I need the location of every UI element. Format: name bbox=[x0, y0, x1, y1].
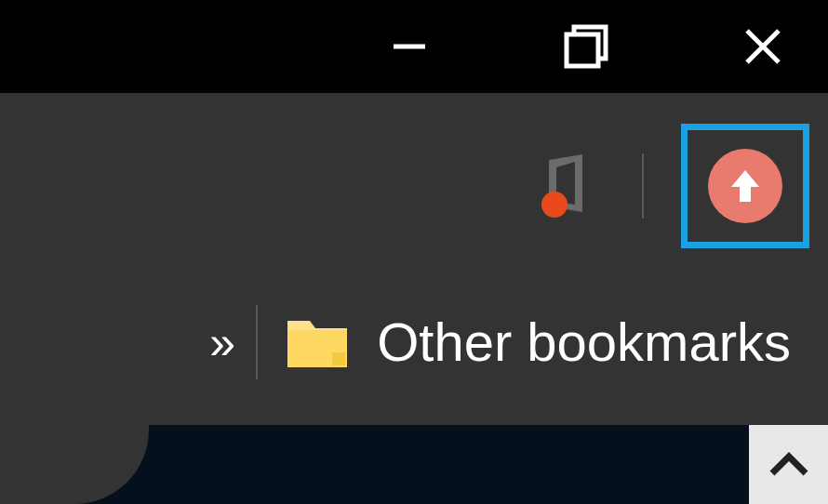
maximize-icon bbox=[562, 22, 610, 71]
office-extension-button[interactable] bbox=[530, 149, 605, 223]
svg-rect-2 bbox=[567, 34, 598, 66]
other-bookmarks-button[interactable]: Other bookmarks bbox=[377, 311, 791, 373]
bookmarks-divider bbox=[256, 305, 258, 379]
bookmarks-bar: » Other bookmarks bbox=[0, 279, 828, 405]
chevron-up-icon bbox=[768, 451, 809, 479]
page-content-area bbox=[0, 425, 749, 504]
minimize-button[interactable] bbox=[381, 19, 437, 74]
bookmarks-overflow-button[interactable]: » bbox=[209, 315, 228, 369]
browser-toolbar bbox=[0, 93, 828, 279]
upload-icon bbox=[708, 149, 782, 223]
maximize-button[interactable] bbox=[558, 19, 614, 74]
upload-extension-button[interactable] bbox=[681, 124, 809, 248]
office-icon bbox=[530, 149, 605, 223]
window-titlebar bbox=[0, 0, 828, 93]
folder-icon bbox=[286, 315, 349, 369]
scroll-up-button[interactable] bbox=[749, 425, 828, 504]
content-edge bbox=[0, 405, 828, 504]
svg-point-5 bbox=[541, 192, 568, 218]
close-icon bbox=[740, 23, 786, 70]
svg-rect-6 bbox=[332, 352, 345, 365]
close-button[interactable] bbox=[735, 19, 791, 74]
minimize-icon bbox=[386, 23, 433, 70]
toolbar-divider bbox=[642, 153, 644, 219]
